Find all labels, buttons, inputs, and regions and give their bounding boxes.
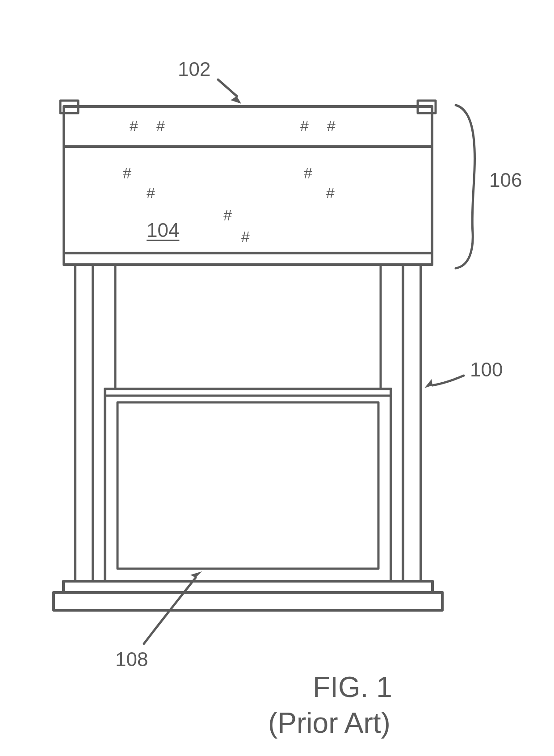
svg-rect-13 xyxy=(64,253,432,265)
svg-marker-16 xyxy=(424,379,432,388)
figure-title-line1: FIG. 1 xyxy=(313,671,392,704)
hash-mark: # xyxy=(300,117,309,135)
svg-marker-17 xyxy=(190,571,202,578)
svg-rect-9 xyxy=(64,106,432,147)
hash-mark: # xyxy=(156,117,165,135)
ref-104: 104 xyxy=(147,219,179,241)
hash-mark: # xyxy=(327,117,336,135)
hash-mark: # xyxy=(223,207,232,224)
hash-mark: # xyxy=(304,165,312,182)
svg-rect-1 xyxy=(63,581,432,592)
figure-title-line2: (Prior Art) xyxy=(268,706,390,739)
hash-mark: # xyxy=(147,184,155,202)
svg-rect-3 xyxy=(403,265,421,581)
ref-106: 106 xyxy=(489,169,522,191)
ref-102: 102 xyxy=(178,58,210,80)
hash-mark: # xyxy=(241,228,250,245)
svg-rect-2 xyxy=(75,265,93,581)
hash-mark: # xyxy=(123,165,131,182)
svg-rect-6 xyxy=(105,389,391,581)
svg-rect-7 xyxy=(118,402,378,569)
svg-marker-14 xyxy=(231,96,241,104)
patent-figure: # # # # # # # # # # 102 104 106 100 108 … xyxy=(0,0,554,756)
ref-108: 108 xyxy=(115,648,148,671)
hash-mark: # xyxy=(130,117,138,135)
svg-rect-0 xyxy=(54,592,442,610)
ref-100: 100 xyxy=(470,359,503,381)
hash-mark: # xyxy=(326,184,335,202)
